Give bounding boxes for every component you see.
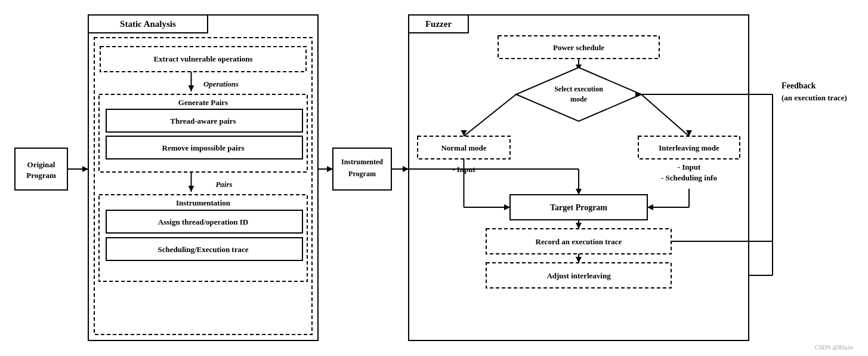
svg-marker-4	[82, 166, 88, 172]
svg-text:Operations: Operations	[203, 79, 239, 88]
svg-text:Feedback: Feedback	[781, 81, 816, 90]
svg-text:Instrumentation: Instrumentation	[176, 198, 231, 207]
svg-text:Target Program: Target Program	[550, 203, 607, 212]
svg-text:- Scheduling info: - Scheduling info	[661, 173, 717, 182]
svg-text:Interleaving mode: Interleaving mode	[659, 143, 719, 152]
svg-text:Program: Program	[26, 171, 56, 180]
svg-text:Program: Program	[348, 170, 376, 178]
svg-text:Select execution: Select execution	[554, 85, 603, 93]
svg-rect-31	[333, 148, 391, 190]
svg-text:Pairs: Pairs	[215, 180, 232, 189]
svg-text:Scheduling/Execution trace: Scheduling/Execution trace	[157, 245, 248, 254]
svg-text:mode: mode	[570, 95, 588, 103]
svg-text:Record an execution trace: Record an execution trace	[536, 237, 622, 246]
svg-text:Instrumented: Instrumented	[341, 158, 383, 166]
svg-text:Adjust interleaving: Adjust interleaving	[546, 271, 611, 280]
svg-text:Static Analysis: Static Analysis	[120, 19, 176, 29]
svg-text:CSDN @B3a1e: CSDN @B3a1e	[815, 344, 853, 351]
svg-text:Original: Original	[27, 160, 55, 169]
svg-text:- Input: - Input	[678, 162, 701, 171]
svg-text:Fuzzer: Fuzzer	[425, 19, 452, 29]
svg-marker-30	[327, 166, 333, 172]
svg-text:Thread-aware pairs: Thread-aware pairs	[170, 116, 236, 125]
svg-text:Normal mode: Normal mode	[441, 143, 486, 152]
svg-text:Remove impossible pairs: Remove impossible pairs	[162, 143, 245, 152]
svg-text:Assign thread/operation ID: Assign thread/operation ID	[158, 217, 248, 226]
svg-text:Generate Pairs: Generate Pairs	[178, 98, 228, 107]
svg-text:(an execution trace): (an execution trace)	[781, 93, 847, 102]
svg-rect-0	[15, 148, 67, 190]
svg-text:Extract vulnerable operations: Extract vulnerable operations	[153, 54, 252, 63]
svg-text:Power schedule: Power schedule	[553, 43, 604, 52]
